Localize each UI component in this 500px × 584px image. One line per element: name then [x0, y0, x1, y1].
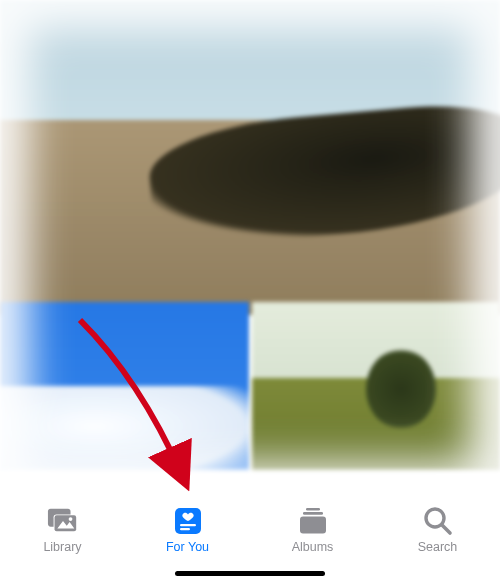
tab-label: Search [418, 540, 458, 554]
svg-rect-2 [54, 515, 76, 531]
photo-content-area [0, 0, 500, 492]
svg-rect-6 [180, 528, 190, 530]
tab-library[interactable]: Library [23, 506, 103, 554]
thumbnail-1[interactable] [0, 302, 249, 470]
for-you-icon [172, 506, 204, 536]
tab-search[interactable]: Search [398, 506, 478, 554]
search-icon [422, 506, 454, 536]
tab-label: For You [166, 540, 209, 554]
svg-rect-8 [303, 512, 323, 515]
tab-for-you[interactable]: For You [148, 506, 228, 554]
photos-app-screen: Library For You Albums [0, 0, 500, 584]
tab-albums[interactable]: Albums [273, 506, 353, 554]
featured-photo[interactable] [0, 0, 500, 300]
library-icon [47, 506, 79, 536]
svg-point-3 [68, 517, 72, 521]
svg-line-11 [442, 525, 450, 533]
bottom-tab-bar: Library For You Albums [0, 492, 500, 584]
svg-rect-5 [180, 524, 196, 526]
tab-label: Albums [292, 540, 334, 554]
tab-label: Library [43, 540, 81, 554]
svg-rect-7 [306, 508, 320, 511]
svg-rect-9 [300, 517, 326, 534]
albums-icon [297, 506, 329, 536]
thumbnail-2[interactable] [252, 302, 501, 470]
home-indicator[interactable] [175, 571, 325, 576]
thumbnail-row [0, 302, 500, 470]
